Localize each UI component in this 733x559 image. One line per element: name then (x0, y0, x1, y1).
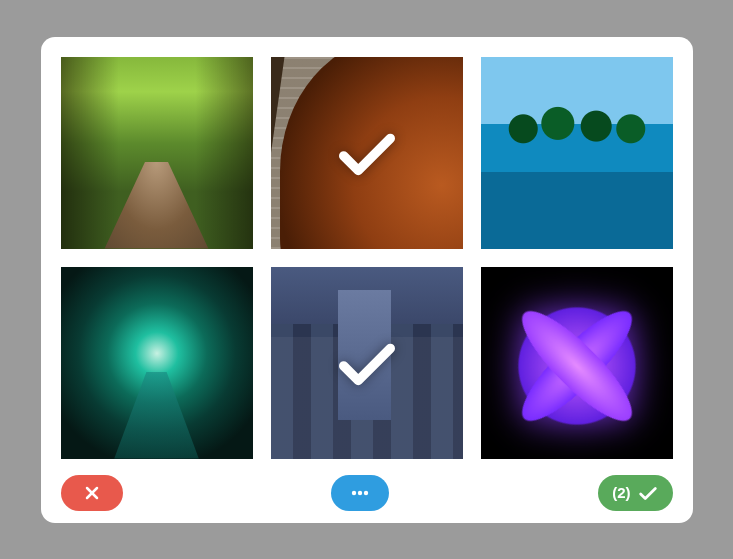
selected-count: (2) (612, 484, 630, 501)
image-tile-city-night[interactable] (271, 267, 463, 459)
ellipsis-icon (348, 483, 372, 503)
svg-point-4 (364, 490, 368, 494)
image-grid (61, 57, 673, 459)
image-tile-violin-music[interactable] (271, 57, 463, 249)
cancel-button[interactable] (61, 475, 123, 511)
image-tile-forest-path[interactable] (61, 57, 253, 249)
more-options-button[interactable] (331, 475, 389, 511)
confirm-button[interactable]: (2) (598, 475, 672, 511)
toolbar: (2) (61, 459, 673, 511)
image-tile-purple-lotus[interactable] (481, 267, 673, 459)
violin-icon (271, 57, 463, 249)
image-tile-tree-tunnel[interactable] (61, 267, 253, 459)
svg-point-2 (352, 490, 356, 494)
check-icon (637, 482, 659, 504)
image-tile-tropical-pool[interactable] (481, 57, 673, 249)
pool-icon (481, 57, 673, 249)
forest-icon (61, 57, 253, 249)
lotus-icon (481, 267, 673, 459)
svg-point-3 (358, 490, 362, 494)
close-icon (82, 483, 102, 503)
city-icon (271, 267, 463, 459)
image-picker-dialog: (2) (41, 37, 693, 523)
tunnel-icon (61, 267, 253, 459)
